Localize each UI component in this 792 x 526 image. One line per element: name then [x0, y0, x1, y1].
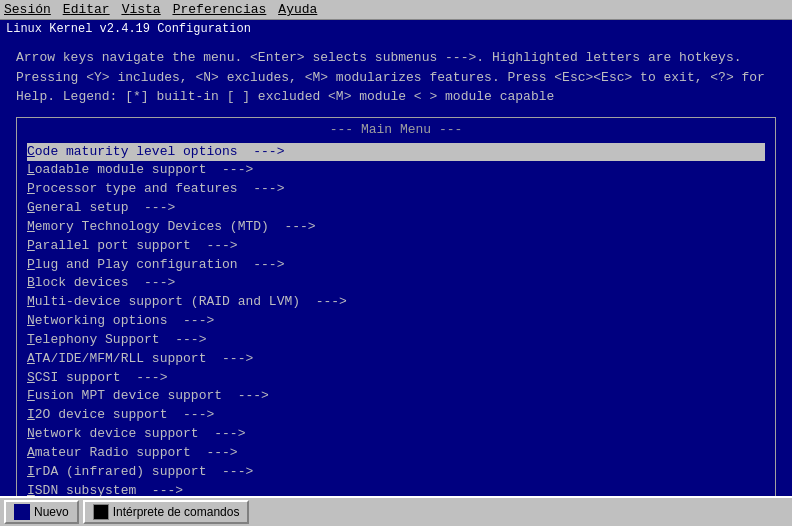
- menu-item[interactable]: I2O device support --->: [27, 406, 765, 425]
- menu-item[interactable]: Multi-device support (RAID and LVM) --->: [27, 293, 765, 312]
- terminal-title: Linux Kernel v2.4.19 Configuration: [6, 22, 251, 36]
- menu-item[interactable]: Amateur Radio support --->: [27, 444, 765, 463]
- menu-item[interactable]: Memory Technology Devices (MTD) --->: [27, 218, 765, 237]
- menubar: Sesión Editar Vista Preferencias Ayuda: [0, 0, 792, 20]
- menu-editar[interactable]: Editar: [63, 2, 110, 17]
- menu-item[interactable]: Plug and Play configuration --->: [27, 256, 765, 275]
- menu-ayuda[interactable]: Ayuda: [278, 2, 317, 17]
- info-line3: Help. Legend: [*] built-in [ ] excluded …: [16, 87, 776, 107]
- info-line2: Pressing <Y> includes, <N> excludes, <M>…: [16, 68, 776, 88]
- menu-item[interactable]: General setup --->: [27, 199, 765, 218]
- menu-vista[interactable]: Vista: [122, 2, 161, 17]
- menu-sesion[interactable]: Sesión: [4, 2, 51, 17]
- menu-item[interactable]: Loadable module support --->: [27, 161, 765, 180]
- taskbar-terminal-label: Intérprete de comandos: [113, 505, 240, 519]
- menu-preferencias[interactable]: Preferencias: [173, 2, 267, 17]
- menu-item[interactable]: Telephony Support --->: [27, 331, 765, 350]
- menu-item[interactable]: Fusion MPT device support --->: [27, 387, 765, 406]
- main-box: --- Main Menu --- Code maturity level op…: [16, 117, 776, 527]
- taskbar: Nuevo Intérprete de comandos: [0, 496, 792, 526]
- menu-item[interactable]: ATA/IDE/MFM/RLL support --->: [27, 350, 765, 369]
- menu-item[interactable]: Networking options --->: [27, 312, 765, 331]
- menu-item[interactable]: Block devices --->: [27, 274, 765, 293]
- nuevo-icon: [14, 504, 30, 520]
- taskbar-nuevo-label: Nuevo: [34, 505, 69, 519]
- terminal-titlebar: Linux Kernel v2.4.19 Configuration: [0, 20, 792, 38]
- menu-item[interactable]: Processor type and features --->: [27, 180, 765, 199]
- menu-list: Code maturity level options --->Loadable…: [21, 141, 771, 527]
- terminal-body: Arrow keys navigate the menu. <Enter> se…: [0, 38, 792, 506]
- taskbar-nuevo[interactable]: Nuevo: [4, 500, 79, 524]
- info-line1: Arrow keys navigate the menu. <Enter> se…: [16, 48, 776, 68]
- menu-item[interactable]: Network device support --->: [27, 425, 765, 444]
- taskbar-terminal[interactable]: Intérprete de comandos: [83, 500, 250, 524]
- main-menu-title: --- Main Menu ---: [21, 122, 771, 137]
- menu-item[interactable]: SCSI support --->: [27, 369, 765, 388]
- info-area: Arrow keys navigate the menu. <Enter> se…: [8, 44, 784, 111]
- menu-item[interactable]: IrDA (infrared) support --->: [27, 463, 765, 482]
- menu-item[interactable]: Parallel port support --->: [27, 237, 765, 256]
- terminal-icon: [93, 504, 109, 520]
- menu-item[interactable]: Code maturity level options --->: [27, 143, 765, 162]
